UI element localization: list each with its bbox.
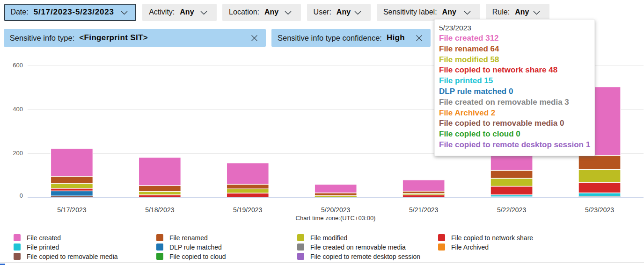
legend-swatch xyxy=(156,253,163,260)
bar-segment[interactable] xyxy=(490,171,533,179)
tooltip-series-line: File printed 15 xyxy=(439,76,591,86)
legend-item[interactable]: File renamed xyxy=(156,234,208,242)
tooltip-date: 5/23/2023 xyxy=(439,22,591,33)
legend-label: File copied to removable media xyxy=(27,253,118,260)
legend-label: File copied to remote desktop session xyxy=(310,253,420,260)
tooltip-series-line: File created 312 xyxy=(439,33,591,44)
legend-item[interactable]: File copied to network share xyxy=(438,234,533,242)
legend-label: File modified xyxy=(310,234,347,242)
activity-explorer-chart-panel: Date:5/17/2023-5/23/2023Activity:AnyLoca… xyxy=(0,0,644,265)
bar-segment[interactable] xyxy=(578,193,621,196)
legend-label: File Archived xyxy=(451,244,489,251)
bar-segment[interactable] xyxy=(490,179,533,186)
chart-tooltip: 5/23/2023 File created 312File renamed 6… xyxy=(434,19,595,156)
bar-segment[interactable] xyxy=(139,195,181,198)
x-tick-label: 5/17/2023 xyxy=(39,207,104,214)
bar-segment[interactable] xyxy=(402,195,445,198)
legend-swatch xyxy=(438,244,445,251)
bar-segment[interactable] xyxy=(51,188,93,191)
bar-segment[interactable] xyxy=(227,189,269,193)
bar-segment[interactable] xyxy=(578,170,621,182)
tooltip-series-line: File copied to removable media 0 xyxy=(439,118,591,129)
bar-segment[interactable] xyxy=(139,158,181,186)
bar-segment[interactable] xyxy=(490,186,533,194)
bar-segment[interactable] xyxy=(227,184,269,189)
legend-label: File copied to network share xyxy=(451,234,533,242)
bar-segment[interactable] xyxy=(51,149,93,176)
legend-swatch xyxy=(438,234,445,241)
legend-label: File copied to cloud xyxy=(169,253,226,260)
bar-segment[interactable] xyxy=(51,176,93,184)
bar-segment[interactable] xyxy=(402,191,445,193)
legend-label: File created on removable media xyxy=(310,244,406,251)
legend-item[interactable]: File copied to cloud xyxy=(156,253,226,260)
legend-swatch xyxy=(14,234,21,241)
tooltip-series-line: File modified 58 xyxy=(439,55,591,65)
tooltip-series-line: File created on removable media 3 xyxy=(439,97,591,108)
y-tick-label: 400 xyxy=(2,106,23,113)
legend-item[interactable]: File created xyxy=(14,234,61,242)
legend-swatch xyxy=(156,234,163,241)
bar-segment[interactable] xyxy=(227,193,269,197)
tooltip-series-line: File copied to remote desktop session 1 xyxy=(439,140,591,150)
bar-segment[interactable] xyxy=(227,163,269,185)
chart-timezone-caption: Chart time zone:(UTC+03:00) xyxy=(242,215,429,222)
legend-label: File created xyxy=(27,234,61,242)
legend-swatch xyxy=(14,253,21,260)
legend-swatch xyxy=(297,253,304,260)
legend-label: DLP rule matched xyxy=(169,244,222,251)
tooltip-series-line: DLP rule matched 0 xyxy=(439,86,591,97)
legend-item[interactable]: DLP rule matched xyxy=(156,244,222,251)
x-tick-label: 5/18/2023 xyxy=(127,207,192,214)
x-tick-label: 5/23/2023 xyxy=(567,207,632,214)
x-tick-label: 5/22/2023 xyxy=(479,207,544,214)
bar-segment[interactable] xyxy=(315,193,357,196)
bar-segment[interactable] xyxy=(51,184,93,188)
bottom-blue-accent xyxy=(0,264,5,265)
tooltip-series-line: File Archived 2 xyxy=(439,108,591,119)
legend-item[interactable]: File copied to remote desktop session xyxy=(297,253,420,260)
legend-item[interactable]: File created on removable media xyxy=(297,244,406,251)
x-tick-label: 5/21/2023 xyxy=(391,207,456,214)
legend-label: File printed xyxy=(27,244,59,251)
tooltip-series-line: File renamed 64 xyxy=(439,44,591,55)
bar-segment[interactable] xyxy=(578,182,621,193)
legend-label: File renamed xyxy=(169,234,208,242)
tooltip-series-line: File copied to network share 48 xyxy=(439,65,591,76)
legend-item[interactable]: File modified xyxy=(297,234,347,242)
bar-segment[interactable] xyxy=(402,180,445,191)
legend-swatch xyxy=(156,244,163,251)
bottom-divider xyxy=(0,262,644,263)
legend-item[interactable]: File copied to removable media xyxy=(14,253,118,260)
bar-segment[interactable] xyxy=(139,186,181,192)
bar-segment[interactable] xyxy=(139,192,181,195)
x-tick-label: 5/20/2023 xyxy=(303,207,368,214)
x-tick-label: 5/19/2023 xyxy=(215,207,280,214)
bar-segment[interactable] xyxy=(578,156,621,170)
legend-item[interactable]: File Archived xyxy=(438,244,489,251)
y-tick-label: 200 xyxy=(2,150,23,157)
y-tick-label: 600 xyxy=(2,62,23,69)
legend-swatch xyxy=(297,244,304,251)
legend-swatch xyxy=(14,244,21,251)
bar-segment[interactable] xyxy=(51,191,93,196)
y-tick-label: 0 xyxy=(2,193,23,199)
tooltip-series-line: File copied to cloud 0 xyxy=(439,129,591,140)
bar-segment[interactable] xyxy=(315,184,357,193)
legend-swatch xyxy=(297,234,304,241)
legend-item[interactable]: File printed xyxy=(14,244,59,251)
